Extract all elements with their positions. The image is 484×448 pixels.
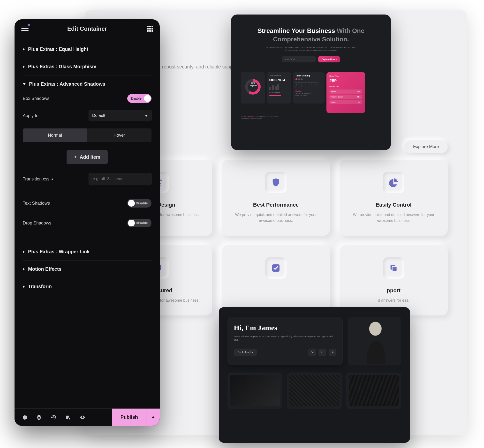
checkbox-icon: [265, 257, 287, 279]
apply-to-label: Apply to: [23, 113, 39, 118]
copy-icon: [383, 257, 404, 279]
gallery-tile[interactable]: [287, 373, 342, 409]
eye-icon[interactable]: [79, 414, 86, 420]
dashboard-widgets: 60%Completed Total Balance $89,078.54 to…: [241, 72, 381, 113]
box-shadows-label: Box Shadows: [23, 96, 49, 101]
gallery-tile[interactable]: [346, 373, 401, 409]
feature-card-performance[interactable]: Best Performance We provide quick and de…: [222, 160, 330, 236]
james-title: Hi, I'm James: [234, 324, 336, 332]
section-label: Plus Extras : Glass Morphism: [28, 64, 96, 69]
dashboard-footnote: We are 100 times more productive than la…: [241, 115, 304, 120]
preview-portfolio-james: Hi, I'm James Senior Software Engineer a…: [219, 307, 410, 443]
chevron-right-icon: [23, 268, 25, 271]
tab-normal[interactable]: Normal: [23, 128, 87, 142]
section-label: Plus Extras : Wrapper Link: [28, 249, 89, 255]
james-portrait: [348, 317, 401, 365]
feature-desc: d answers for ess.: [347, 297, 440, 303]
shield-icon: [265, 172, 287, 193]
responsive-icon[interactable]: [65, 414, 71, 420]
chevron-right-icon: [23, 285, 25, 288]
settings-icon[interactable]: [21, 414, 28, 420]
section-label: Transform: [28, 284, 52, 289]
behance-icon[interactable]: Be: [308, 349, 316, 356]
feature-title: Best Performance: [229, 202, 323, 208]
preview-hero-subtitle: We form an emerging social enterprise, b…: [265, 46, 357, 52]
editor-panel: Edit Container Plus Extras : Equal Heigh…: [15, 19, 160, 426]
svg-rect-2: [392, 266, 397, 271]
preview-business-dashboard: Streamline Your Business With One Compre…: [231, 15, 391, 150]
explore-more-cta[interactable]: Explore More ›: [318, 56, 340, 62]
editor-title: Edit Container: [15, 25, 160, 32]
chevron-down-icon: [145, 115, 148, 117]
section-label: Plus Extras : Advanced Shadows: [29, 81, 105, 87]
feature-title: Easily Control: [347, 202, 440, 208]
chevron-up-icon: [152, 416, 155, 418]
drop-shadows-toggle[interactable]: Disable: [127, 219, 152, 227]
drop-shadows-label: Drop Shadows: [23, 221, 51, 226]
james-subtitle: Senior Software Engineer at Tech Solutio…: [234, 335, 336, 342]
section-advanced-shadows[interactable]: Plus Extras : Advanced Shadows Box Shado…: [23, 75, 152, 243]
state-tabs: Normal Hover: [23, 128, 152, 142]
preview-hero-title: Streamline Your Business With One Compre…: [241, 27, 381, 44]
text-shadows-label: Text Shadows: [23, 201, 50, 206]
get-in-touch-button[interactable]: Get In Touch ›: [234, 349, 257, 356]
transition-css-input[interactable]: [89, 173, 152, 185]
editor-footer: Publish: [15, 408, 160, 426]
history-icon[interactable]: [50, 414, 57, 420]
plus-icon: +: [74, 154, 77, 160]
feature-card-control[interactable]: Easily Control We provide quick and deta…: [339, 160, 448, 236]
chevron-down-icon: [23, 83, 26, 85]
feature-desc: We provide quick and detailed answers fo…: [229, 212, 323, 224]
publish-options-button[interactable]: [146, 408, 160, 426]
chevron-right-icon: [23, 65, 25, 68]
editor-header: Edit Container: [15, 19, 160, 38]
feature-desc: We provide quick and detailed answers fo…: [347, 212, 440, 224]
text-shadows-toggle[interactable]: Disable: [127, 199, 152, 208]
section-label: Motion Effects: [28, 266, 61, 272]
apply-to-select[interactable]: Default: [89, 110, 152, 121]
chevron-right-icon: [23, 48, 25, 51]
section-transform[interactable]: Transform: [23, 278, 152, 295]
box-shadows-toggle[interactable]: Enable: [127, 94, 152, 103]
gallery-tile[interactable]: [227, 373, 282, 409]
tab-hover[interactable]: Hover: [87, 128, 152, 142]
dribbble-icon[interactable]: ⊕: [329, 349, 336, 356]
balance-widget: Total Balance $89,078.54 total balance: [267, 72, 291, 104]
james-intro-card: Hi, I'm James Senior Software Engineer a…: [227, 317, 343, 365]
publish-button[interactable]: Publish: [112, 408, 146, 426]
linkedin-icon[interactable]: in: [318, 349, 326, 356]
section-label: Plus Extras : Equal Height: [28, 47, 88, 52]
section-wrapper-link[interactable]: Plus Extras : Wrapper Link: [23, 243, 152, 261]
section-glass-morphism[interactable]: Plus Extras : Glass Morphism: [23, 58, 152, 75]
meeting-widget: Team Meeting We will attend our annual m…: [293, 72, 324, 104]
right-now-widget: Right Now 289 On This Site Direct67% Org…: [326, 72, 365, 113]
add-item-button[interactable]: + Add Item: [66, 150, 107, 164]
feature-card-support[interactable]: pport d answers for ess.: [339, 245, 448, 315]
explore-more-button[interactable]: Explore More: [404, 140, 448, 153]
feature-title: pport: [347, 287, 440, 294]
james-gallery: [227, 373, 401, 409]
transition-css-label: Transition css: [23, 176, 54, 182]
apps-grid-icon[interactable]: [147, 26, 153, 32]
section-motion-effects[interactable]: Motion Effects: [23, 261, 152, 278]
pie-chart-icon: [383, 172, 404, 193]
menu-icon[interactable]: [21, 25, 29, 32]
donut-widget: 60%Completed: [241, 72, 265, 104]
email-input[interactable]: [282, 56, 316, 62]
chevron-right-icon: [23, 250, 25, 253]
feature-card-5[interactable]: [222, 245, 330, 315]
layers-icon[interactable]: [36, 414, 42, 420]
section-equal-height[interactable]: Plus Extras : Equal Height: [23, 41, 152, 58]
